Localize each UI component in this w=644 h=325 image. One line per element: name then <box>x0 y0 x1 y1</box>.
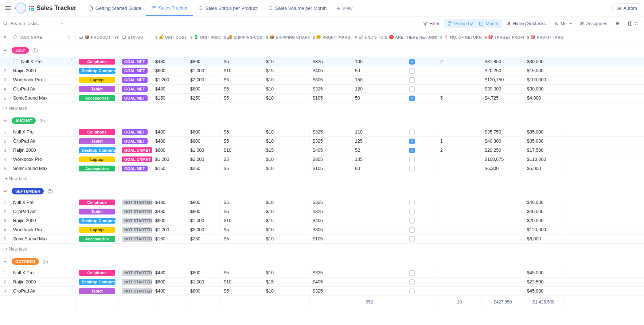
target-profit[interactable]: $120,750 <box>482 77 524 82</box>
product-type[interactable]: Cellphone <box>76 200 119 205</box>
profit-margin[interactable]: $805 <box>310 77 352 82</box>
shipping-charge[interactable]: $10 <box>263 227 310 232</box>
task-name[interactable]: Workbook Pro <box>10 227 76 232</box>
product-type[interactable]: Laptop <box>76 156 119 162</box>
shipping-charge[interactable]: $10 <box>263 86 310 92</box>
status[interactable]: NOT STARTED <box>119 270 152 276</box>
col-name[interactable]: TASK NAME <box>10 31 76 43</box>
unit-price[interactable]: $1,000 <box>187 279 221 285</box>
target-profit[interactable]: $20,250 <box>482 148 524 153</box>
task-name[interactable]: Null X Pro <box>10 59 76 64</box>
units[interactable]: 110 <box>352 129 387 135</box>
shipping-charge[interactable]: $10 <box>263 166 310 171</box>
col-noret[interactable]: # ❗ NO. OF RETURNS <box>437 31 482 43</box>
unit-price[interactable]: $800 <box>187 209 221 214</box>
shipping-cost[interactable]: $5 <box>221 157 263 162</box>
returns-checkbox[interactable] <box>387 227 437 233</box>
shipping-cost[interactable]: $5 <box>221 77 263 82</box>
group-header-september[interactable]: SEPTEMBER(5) <box>0 184 644 198</box>
unit-price[interactable]: $1,000 <box>187 148 221 153</box>
task-name[interactable]: ClipPad Air <box>10 86 76 92</box>
profit-margin[interactable]: $325 <box>310 270 352 275</box>
unit-cost[interactable]: $480 <box>152 59 187 64</box>
shipping-cost[interactable]: $5 <box>221 86 263 92</box>
task-name[interactable]: SonicSound Max <box>10 236 76 241</box>
automations-button[interactable]: Autom <box>612 3 641 13</box>
task-name[interactable]: Null X Pro <box>10 270 76 275</box>
chevron-down-icon[interactable] <box>2 188 8 194</box>
shipping-charge[interactable]: $10 <box>263 289 310 294</box>
table-row[interactable]: 4Workbook ProLaptopGOAL UNMET$1,200$2,00… <box>0 155 644 164</box>
col-unitcost[interactable]: $ 💰 UNIT COST <box>152 31 187 43</box>
pin-icon[interactable] <box>67 35 71 39</box>
col-ptype[interactable]: 📦 PRODUCT TYPE <box>76 31 119 43</box>
task-name[interactable]: Null X Pro <box>10 129 76 135</box>
table-row[interactable]: 2Raijin 2000Desktop ComputerGOAL MET$600… <box>0 66 644 76</box>
unit-cost[interactable]: $150 <box>152 166 187 171</box>
chevron-down-icon[interactable] <box>2 118 8 124</box>
profit-margin[interactable]: $405 <box>310 218 352 223</box>
returns-checkbox[interactable] <box>387 166 437 171</box>
table-row[interactable]: 4Workbook ProLaptopNOT STARTED$1,200$2,0… <box>0 225 644 235</box>
units[interactable]: 120 <box>352 86 387 92</box>
returns-checkbox[interactable] <box>387 59 437 65</box>
profit-target[interactable]: $45,000 <box>524 270 563 275</box>
task-name[interactable]: Workbook Pro <box>10 77 76 82</box>
status[interactable]: NOT STARTED <box>119 218 152 224</box>
task-name[interactable]: Raijin 2000 <box>10 68 76 73</box>
profit-margin[interactable]: $325 <box>310 289 352 294</box>
product-type[interactable]: Desktop Computer <box>76 218 119 224</box>
status[interactable]: NOT STARTED <box>119 209 152 214</box>
assignees-button[interactable]: Assignees <box>576 19 610 28</box>
status[interactable]: GOAL MET <box>119 68 152 74</box>
task-name[interactable]: ClipPad Air <box>10 289 76 294</box>
profit-target[interactable]: $30,000 <box>524 86 563 92</box>
unit-price[interactable]: $800 <box>187 270 221 275</box>
returns-checkbox[interactable] <box>387 86 437 92</box>
returns-checkbox[interactable] <box>387 157 437 162</box>
shipping-charge[interactable]: $10 <box>263 96 310 101</box>
product-type[interactable]: Accessories <box>76 166 119 171</box>
units[interactable]: 135 <box>352 157 387 162</box>
shipping-charge[interactable]: $10 <box>263 209 310 214</box>
shipping-charge[interactable]: $10 <box>263 157 310 162</box>
table-row[interactable]: 2Raijin 2000Desktop ComputerNOT STARTED$… <box>0 278 644 287</box>
profit-target[interactable]: $5,000 <box>524 166 563 171</box>
unit-cost[interactable]: $1,200 <box>152 77 187 82</box>
returns-checkbox[interactable] <box>387 96 437 101</box>
task-name[interactable]: Raijin 2000 <box>10 279 76 285</box>
units[interactable]: 100 <box>352 59 387 64</box>
profit-margin[interactable]: $325 <box>310 209 352 214</box>
new-task-button[interactable]: + New task <box>0 244 644 255</box>
profit-margin[interactable]: $105 <box>310 96 352 101</box>
layout-button[interactable]: C <box>625 19 641 28</box>
target-profit[interactable]: $6,300 <box>482 166 524 171</box>
profit-target[interactable]: $35,000 <box>524 139 563 144</box>
no-returns[interactable]: 2 <box>437 148 482 153</box>
subtasks-button[interactable]: Hiding Subtasks <box>503 19 549 28</box>
status[interactable]: NOT STARTED <box>119 236 152 242</box>
shipping-cost[interactable]: $5 <box>221 209 263 214</box>
unit-cost[interactable]: $480 <box>152 289 187 294</box>
filter-button[interactable]: Filter <box>419 19 443 28</box>
shipping-cost[interactable]: $5 <box>221 227 263 232</box>
table-row[interactable]: 5SonicSound MaxAccessoriesGOAL MET$150$2… <box>0 94 644 103</box>
unit-cost[interactable]: $150 <box>152 96 187 101</box>
unit-price[interactable]: $800 <box>187 139 221 144</box>
status[interactable]: NOT STARTED <box>119 227 152 233</box>
shipping-cost[interactable]: $10 <box>221 218 263 223</box>
table-row[interactable]: 1Null X ProCellphoneGOAL MET$480$800$5$1… <box>0 128 644 137</box>
shipping-charge[interactable]: $10 <box>263 270 310 275</box>
product-type[interactable]: Desktop Computer <box>76 279 119 285</box>
profit-target[interactable]: $20,000 <box>524 218 563 223</box>
task-name[interactable]: ClipPad Air <box>10 209 76 214</box>
col-profmargin[interactable]: $ 😊 PROFIT MARGIN <box>310 31 352 43</box>
shipping-charge[interactable]: $15 <box>263 218 310 223</box>
units[interactable]: 60 <box>352 166 387 171</box>
group-header-october[interactable]: OCTOBER(5) <box>0 255 644 268</box>
profit-margin[interactable]: $405 <box>310 148 352 153</box>
new-task-button[interactable]: + New task <box>0 103 644 114</box>
profit-target[interactable]: $40,000 <box>524 209 563 214</box>
no-returns[interactable]: 2 <box>437 59 482 64</box>
returns-checkbox[interactable] <box>387 148 437 153</box>
